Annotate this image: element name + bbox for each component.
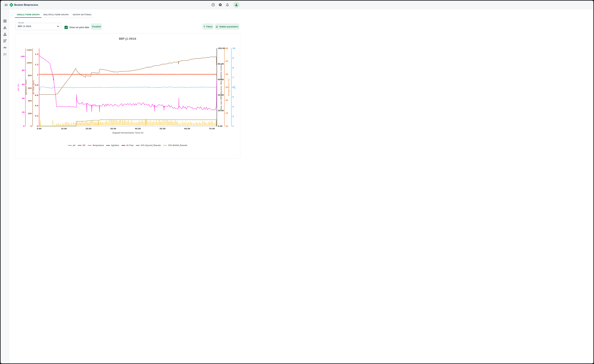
y-tick-label: 30 [226, 73, 228, 75]
legend-swatch [122, 145, 125, 146]
legend-label: Temperature [93, 144, 104, 146]
menu-fold-icon[interactable] [4, 3, 8, 7]
legend-swatch [136, 145, 140, 146]
filters-button[interactable]: Filters [202, 24, 214, 30]
tab-strip: SINGLE FERM GRAPH MULTIPLE FERM GRAPH GR… [15, 13, 94, 18]
y-axis-title-flow: Flow rate (50% Glycerol, 30% NH4OH) (ml/… [220, 64, 222, 110]
show-set-point-checkbox[interactable] [65, 26, 68, 29]
x-axis-title: Elapsed Fermentation Time (h) [112, 132, 143, 134]
x-tick-label: 30.00 [110, 128, 116, 130]
series-do [39, 56, 217, 112]
visualize-button[interactable]: Visualize [91, 23, 102, 30]
y-tick-label: 600 [28, 87, 32, 89]
trend-lines-icon[interactable] [3, 46, 7, 49]
filter-funnel-icon [203, 25, 205, 28]
sidebar-divider [2, 13, 7, 13]
settings-gear-icon[interactable] [218, 3, 222, 7]
legend-label: DO [83, 144, 85, 146]
series-temperature [39, 74, 216, 76]
legend-item[interactable]: pH [68, 144, 75, 146]
legend-label: pH [73, 144, 75, 146]
y-tick-label: 1.4 [35, 53, 38, 55]
legend-item[interactable]: DO [78, 144, 85, 146]
y-tick-label: 1200 [27, 49, 32, 51]
y-tick-label: 0.4 [35, 104, 38, 107]
chart-legend: pHDOTemperatureAgitationAir Flow50% Glyc… [15, 144, 240, 146]
y-tick-label: 0.8 [35, 84, 38, 86]
x-tick-label: 20.00 [86, 128, 91, 130]
y-axis-title-do: DO (%) [17, 84, 20, 91]
user-avatar[interactable] [233, 2, 239, 8]
shapes-icon[interactable] [3, 26, 7, 30]
y-tick-label: 15 [226, 112, 228, 114]
hierarchy-icon[interactable] [3, 32, 7, 36]
y-axis-title-agit: Agitation (rpm) [25, 80, 27, 95]
results-select[interactable]: Results* BBP-J1-0916 [15, 23, 61, 30]
tab-graph-settings[interactable]: GRAPH SETTINGS [71, 13, 94, 18]
x-tick-label: 50.00 [160, 128, 166, 130]
top-bar: Boston Bioprocess ? [1, 1, 243, 9]
brand-title: Boston Bioprocess [14, 3, 38, 6]
workflow-icon[interactable] [3, 39, 7, 43]
y-tick-label: 200 [28, 112, 32, 115]
legend-item[interactable]: Air Flow [122, 144, 134, 146]
y-tick-label: 100.00 [218, 47, 225, 49]
x-tick-label: 0.00 [37, 128, 41, 130]
results-select-value: BBP-J1-0916 [18, 25, 31, 27]
fermentation-chart: 0.0010.0020.0030.0040.0050.0060.0070.00E… [15, 33, 240, 142]
y-tick-label: 0.2 [35, 115, 38, 117]
y-tick-label: 0 [37, 125, 38, 127]
legend-item[interactable]: Temperature [88, 144, 104, 146]
tab-multiple-ferm-graph[interactable]: MULTIPLE FERM GRAPH [41, 13, 71, 18]
x-tick-label: 10.00 [61, 128, 67, 130]
y-tick-label: 60 [22, 84, 24, 86]
series-50-glycerol-flowrate [39, 120, 216, 126]
checklist-icon[interactable] [3, 52, 7, 56]
main-content: SINGLE FERM GRAPH MULTIPLE FERM GRAPH GR… [9, 9, 243, 149]
legend-item[interactable]: Agitation [106, 144, 119, 146]
legend-swatch [68, 145, 72, 146]
help-icon[interactable]: ? [211, 3, 215, 7]
results-select-label: Results* [17, 22, 25, 24]
y-tick-label: 80 [22, 69, 24, 72]
check-icon [65, 26, 67, 29]
x-tick-label: 60.00 [184, 128, 190, 130]
y-tick-label: 1.2 [35, 64, 38, 66]
hidden-parameters-button-label: Hidden parameters [219, 26, 238, 28]
y-axis-title-ph: pH [233, 86, 236, 89]
chart-card: BBP-J1-0916 0.0010.0020.0030.0040.0050.0… [15, 33, 240, 149]
legend-swatch [88, 145, 92, 146]
y-tick-label: 0 [23, 125, 24, 127]
tab-single-ferm-graph[interactable]: SINGLE FERM GRAPH [15, 13, 41, 18]
y-tick-label: 4 [232, 106, 234, 108]
dashboard-icon[interactable] [3, 19, 7, 23]
brand-logo [10, 3, 13, 7]
legend-label: 50% Glycerol_flowrate [141, 144, 161, 146]
y-tick-label: 1000 [27, 62, 32, 64]
legend-item[interactable]: 30% NH4OH_flowrate [163, 144, 187, 146]
y-tick-label: 3 [232, 115, 234, 117]
chevron-down-icon [57, 26, 59, 27]
y-tick-label: 7 [232, 77, 234, 79]
hidden-parameters-button[interactable]: Hidden parameters [215, 24, 239, 30]
legend-item[interactable]: 50% Glycerol_flowrate [136, 144, 161, 146]
y-tick-label: 10 [226, 125, 228, 127]
y-tick-label: 0.6 [35, 94, 38, 96]
y-tick-label: 40 [22, 97, 24, 99]
y-tick-label: 5 [232, 96, 234, 98]
series-ph [39, 87, 216, 90]
y-tick-label: 400 [28, 100, 32, 102]
notifications-bell-icon[interactable] [226, 3, 229, 7]
legend-label: Agitation [111, 144, 119, 146]
y-axis-title-temp: Temperature (°C) [228, 79, 230, 96]
y-axis-title-air: Air Flow (lpm) [32, 80, 35, 94]
x-tick-label: 70.00 [209, 128, 215, 130]
hidden-parameters-icon [216, 26, 218, 28]
y-tick-label: 20 [22, 111, 24, 113]
legend-label: 30% NH4OH_flowrate [168, 144, 187, 146]
person-icon [235, 3, 238, 6]
app-window: Boston Bioprocess ? [1, 1, 243, 149]
filters-button-label: Filters [206, 26, 213, 28]
y-tick-label: 40 [226, 47, 228, 49]
y-tick-label: 10 [232, 47, 235, 49]
